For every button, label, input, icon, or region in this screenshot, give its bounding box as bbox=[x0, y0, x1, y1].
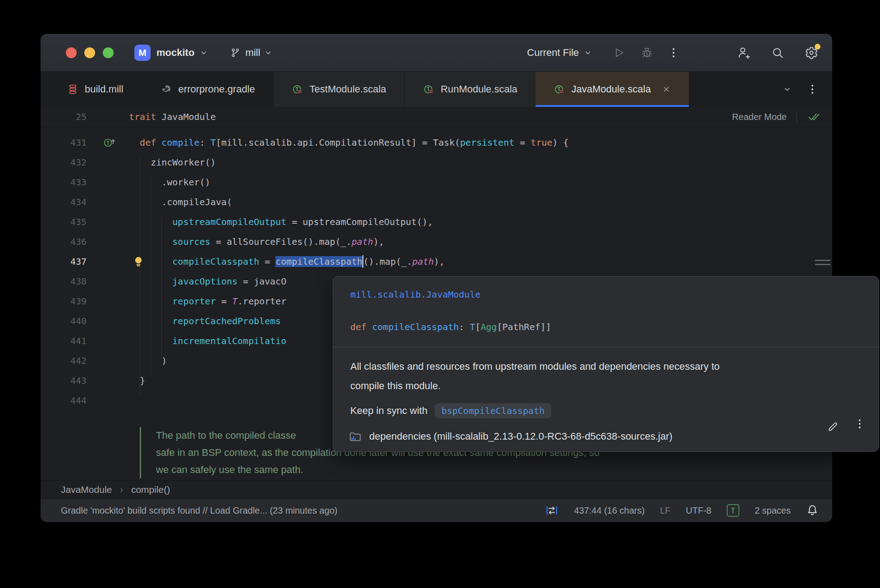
code-line-431[interactable]: 431T def compile: T[mill.scalalib.api.Co… bbox=[41, 133, 832, 152]
breadcrumb-member[interactable]: compile() bbox=[131, 484, 170, 495]
caret-position-icon[interactable] bbox=[545, 504, 559, 517]
line-number[interactable]: 439 bbox=[41, 291, 90, 311]
line-number[interactable]: 442 bbox=[41, 351, 90, 371]
doc-sync-label: Keep in sync with bbox=[350, 405, 427, 417]
tab-RunModule.scala[interactable]: TRunModule.scala bbox=[404, 72, 536, 107]
tab-label: TestModule.scala bbox=[310, 83, 386, 95]
code-text: incrementalCompilatio bbox=[129, 331, 286, 351]
doc-signature: def compileClasspath: T[Agg[PathRef]] bbox=[350, 322, 551, 332]
file-encoding[interactable]: UTF-8 bbox=[686, 505, 711, 516]
gutter bbox=[90, 331, 129, 351]
sticky-code[interactable]: trait JavaModule bbox=[129, 111, 216, 122]
gutter bbox=[90, 390, 129, 410]
type-aware-highlighting-badge[interactable]: T bbox=[727, 504, 739, 517]
code-line-435[interactable]: 435 upstreamCompileOutput = upstreamComp… bbox=[41, 212, 832, 232]
code-line-433[interactable]: 433 .worker() bbox=[41, 172, 832, 192]
library-folder-icon bbox=[348, 430, 362, 443]
hidden-tabs-dropdown[interactable] bbox=[784, 86, 791, 93]
search-everywhere-button[interactable] bbox=[771, 46, 784, 60]
breadcrumb-class[interactable]: JavaModule bbox=[61, 484, 112, 495]
settings-button[interactable] bbox=[804, 46, 819, 60]
edit-source-button[interactable] bbox=[825, 419, 839, 432]
indent-config[interactable]: 2 spaces bbox=[755, 505, 791, 516]
doc-more-button[interactable] bbox=[854, 418, 865, 430]
gutter bbox=[90, 152, 129, 172]
line-separator[interactable]: LF bbox=[660, 505, 670, 516]
tab-label: RunModule.scala bbox=[441, 83, 518, 95]
notifications-bell[interactable] bbox=[806, 504, 819, 517]
desktop-background: M mockito mill Current File bbox=[0, 0, 880, 588]
more-run-actions-button[interactable] bbox=[668, 47, 679, 59]
close-window-button[interactable] bbox=[66, 47, 77, 58]
line-number[interactable]: 435 bbox=[41, 212, 90, 232]
fullscreen-window-button[interactable] bbox=[103, 47, 114, 58]
git-branch-icon bbox=[230, 47, 241, 58]
scala-trait-icon: T bbox=[423, 83, 435, 95]
tab-errorprone.gradle[interactable]: errorprone.gradle bbox=[142, 72, 273, 107]
sticky-header-line[interactable]: 25 trait JavaModule Reader Mode bbox=[41, 107, 832, 127]
override-icon[interactable]: T bbox=[90, 133, 129, 152]
minimize-window-button[interactable] bbox=[84, 47, 95, 58]
code-line-436[interactable]: 436 sources = allSourceFiles().map(_.pat… bbox=[41, 232, 832, 252]
line-number[interactable]: 434 bbox=[41, 192, 90, 212]
chevron-down-icon bbox=[200, 49, 207, 56]
breadcrumb-separator: › bbox=[120, 484, 123, 495]
code-text: sources = allSourceFiles().map(_.path), bbox=[129, 232, 384, 252]
line-number[interactable]: 441 bbox=[41, 331, 90, 351]
line-number[interactable]: 431 bbox=[41, 133, 90, 152]
tab-TestModule.scala[interactable]: TTestModule.scala bbox=[273, 72, 404, 107]
line-number[interactable]: 432 bbox=[41, 152, 90, 172]
code-line-434[interactable]: 434 .compileJava( bbox=[41, 192, 832, 212]
code-text: reportCachedProblems bbox=[129, 311, 281, 331]
gutter bbox=[90, 311, 129, 331]
run-button[interactable] bbox=[612, 46, 626, 60]
doc-code-link[interactable]: bspCompileClasspath bbox=[435, 403, 551, 418]
scala-trait-icon: T bbox=[292, 83, 303, 95]
code-text: compileClasspath = compileClasspath().ma… bbox=[129, 252, 445, 271]
status-message[interactable]: Gradle 'mockito' build scripts found // … bbox=[61, 505, 338, 516]
code-line-437[interactable]: 437 compileClasspath = compileClasspath(… bbox=[41, 252, 832, 271]
debug-button[interactable] bbox=[640, 46, 654, 60]
tab-JavaModule.scala[interactable]: TJavaModule.scala bbox=[536, 72, 689, 107]
editor-tabbar: build.millerrorprone.gradleTTestModule.s… bbox=[41, 72, 832, 107]
sticky-line-number: 25 bbox=[41, 111, 90, 122]
statusbar: Gradle 'mockito' build scripts found // … bbox=[41, 498, 832, 522]
code-text: javacOptions = javacO bbox=[129, 271, 286, 291]
branch-name: mill bbox=[245, 47, 260, 59]
gutter bbox=[90, 371, 129, 390]
code-text: reporter = T.reporter bbox=[129, 291, 286, 311]
line-number[interactable]: 437 bbox=[41, 252, 90, 271]
titlebar[interactable]: M mockito mill Current File bbox=[41, 34, 832, 72]
line-number[interactable]: 443 bbox=[41, 371, 90, 390]
run-config-selector[interactable]: Current File bbox=[527, 47, 591, 59]
doc-description: All classfiles and resources from upstre… bbox=[350, 357, 720, 395]
tab-label: build.mill bbox=[85, 83, 124, 95]
line-number[interactable]: 444 bbox=[41, 390, 90, 410]
line-number[interactable]: 433 bbox=[41, 172, 90, 192]
caret-position[interactable]: 437:44 (16 chars) bbox=[574, 505, 645, 516]
ide-window: M mockito mill Current File bbox=[41, 34, 832, 522]
editor-tabs: build.millerrorprone.gradleTTestModule.s… bbox=[41, 72, 689, 107]
line-number[interactable]: 438 bbox=[41, 271, 90, 291]
text-line: we can safely use the same path. bbox=[156, 461, 600, 478]
text-line: All classfiles and resources from upstre… bbox=[350, 357, 720, 376]
close-tab-icon[interactable] bbox=[662, 85, 671, 94]
tab-options-button[interactable] bbox=[807, 83, 818, 95]
vcs-branch-widget[interactable]: mill bbox=[230, 47, 272, 59]
doc-source-jar[interactable]: dependencies (mill-scalalib_2.13-0.12.0-… bbox=[369, 431, 673, 442]
line-number[interactable]: 440 bbox=[41, 311, 90, 331]
scrollbar-marker[interactable] bbox=[815, 260, 830, 268]
gutter bbox=[90, 252, 129, 271]
quick-doc-popup: mill.scalalib.JavaModule def compileClas… bbox=[333, 276, 879, 452]
reader-mode-label[interactable]: Reader Mode bbox=[732, 112, 787, 122]
tab-build.mill[interactable]: build.mill bbox=[50, 72, 142, 107]
project-widget[interactable]: M mockito bbox=[134, 45, 207, 61]
code-line-432[interactable]: 432 zincWorker() bbox=[41, 152, 832, 172]
line-number[interactable]: 436 bbox=[41, 232, 90, 252]
gutter bbox=[90, 172, 129, 192]
inspections-ok-icon[interactable] bbox=[807, 111, 820, 123]
code-with-me-button[interactable] bbox=[737, 46, 751, 60]
intention-bulb-icon[interactable] bbox=[133, 255, 144, 268]
project-name: mockito bbox=[156, 47, 194, 59]
doc-qualified-name[interactable]: mill.scalalib.JavaModule bbox=[350, 289, 481, 300]
